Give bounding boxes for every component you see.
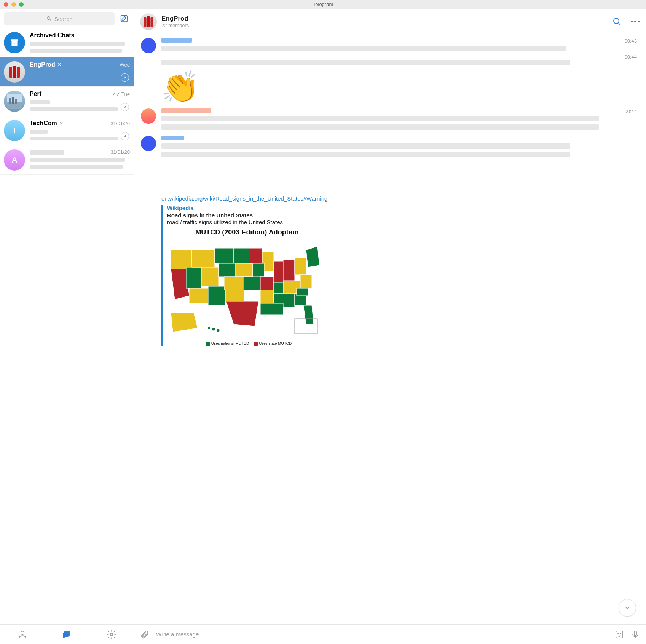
more-button[interactable]: [631, 17, 640, 26]
chat-name: Perf: [30, 91, 41, 97]
message: 00:43 00:44: [141, 38, 637, 68]
chat-date: Tue: [121, 91, 130, 97]
sender-avatar[interactable]: [141, 38, 156, 53]
link-message: en.wikipedia.org/wiki/Road_signs_in_the_…: [161, 194, 637, 346]
svg-point-59: [618, 633, 619, 634]
chat-date: 31/01/20: [110, 149, 130, 155]
svg-rect-34: [225, 290, 244, 301]
chat-item-engprod[interactable]: EngProd✕ Wed: [0, 57, 134, 87]
svg-marker-46: [303, 305, 314, 324]
voice-button[interactable]: [631, 630, 640, 639]
messages-pane[interactable]: 00:43 00:44 👏: [134, 34, 646, 624]
svg-point-54: [207, 327, 211, 330]
svg-point-56: [217, 329, 220, 332]
link-preview-image: MUTCD (2003 Edition) Adoption: [167, 228, 327, 346]
search-placeholder: Search: [54, 16, 73, 22]
search-input[interactable]: Search: [4, 12, 115, 25]
chat-item-a[interactable]: A 31/01/20: [0, 145, 134, 175]
attach-button[interactable]: [140, 630, 149, 639]
window-maximize-button[interactable]: [19, 2, 24, 7]
svg-line-20: [619, 23, 620, 25]
search-icon: [46, 16, 52, 22]
svg-point-60: [620, 633, 621, 634]
svg-rect-49: [295, 258, 306, 275]
svg-rect-48: [283, 260, 295, 281]
svg-rect-21: [171, 250, 192, 269]
message-link[interactable]: en.wikipedia.org/wiki/Road_signs_in_the_…: [161, 194, 637, 202]
svg-rect-24: [192, 250, 215, 267]
main-panel: EngProd 22 members 00:43: [134, 9, 646, 644]
svg-rect-32: [224, 277, 243, 290]
muted-icon: ✕: [57, 62, 61, 67]
window-minimize-button[interactable]: [11, 2, 16, 7]
svg-point-15: [110, 633, 113, 636]
pinned-icon: [121, 73, 129, 82]
svg-rect-17: [147, 16, 150, 27]
sender-name: [161, 108, 211, 113]
message-composer: [134, 624, 646, 644]
read-checks-icon: ✓✓: [112, 91, 120, 97]
svg-rect-4: [11, 41, 17, 46]
svg-marker-35: [226, 301, 258, 326]
svg-rect-36: [249, 248, 262, 263]
sidebar: Search Archived Chats: [0, 9, 134, 644]
sender-avatar[interactable]: [141, 136, 156, 151]
svg-rect-58: [616, 631, 623, 638]
chat-title: EngProd: [161, 15, 608, 22]
svg-rect-11: [9, 98, 11, 104]
map-legend: Uses national MUTCD Uses state MUTCD: [167, 341, 327, 346]
window-title: Telegram: [0, 2, 646, 7]
compose-icon: [120, 14, 128, 23]
chat-name: TechCom: [30, 120, 57, 127]
svg-rect-33: [243, 277, 260, 290]
message-input[interactable]: [156, 631, 608, 638]
avatar: A: [4, 149, 25, 171]
chat-date: Wed: [120, 62, 130, 68]
scroll-to-bottom-button[interactable]: [619, 599, 636, 617]
compose-button[interactable]: [118, 13, 130, 24]
contacts-tab[interactable]: [15, 627, 30, 642]
chat-subtitle: 22 members: [161, 22, 608, 28]
muted-icon: ✕: [59, 121, 63, 126]
svg-rect-3: [11, 39, 18, 41]
chat-name: EngProd: [30, 61, 55, 68]
window-titlebar: Telegram: [0, 0, 646, 9]
chat-date: 31/01/20: [110, 121, 130, 126]
svg-rect-40: [274, 261, 283, 282]
sender-avatar[interactable]: [141, 108, 156, 124]
search-in-chat-button[interactable]: [613, 17, 622, 26]
svg-rect-12: [12, 97, 14, 104]
svg-rect-42: [260, 290, 274, 303]
link-preview-title: Road signs in the United States: [167, 212, 637, 218]
chat-header[interactable]: EngProd 22 members: [134, 9, 646, 34]
chat-list: Archived Chats EngProd✕ Wed: [0, 28, 134, 624]
avatar: T: [4, 120, 25, 141]
archive-icon: [4, 32, 25, 53]
link-preview[interactable]: Wikipedia Road signs in the United State…: [161, 205, 637, 346]
window-close-button[interactable]: [4, 2, 8, 7]
svg-rect-16: [144, 17, 146, 27]
clap-emoji-message: 👏: [161, 72, 637, 102]
svg-rect-30: [219, 263, 236, 277]
svg-line-1: [50, 19, 51, 21]
svg-rect-39: [260, 277, 274, 290]
pinned-icon: [121, 103, 129, 111]
link-preview-source: Wikipedia: [167, 205, 637, 211]
svg-rect-38: [253, 263, 264, 277]
avatar: [4, 91, 25, 112]
us-map-image: [167, 239, 327, 338]
svg-point-14: [21, 631, 24, 634]
archived-chats-item[interactable]: Archived Chats: [0, 28, 134, 57]
chat-item-techcom[interactable]: T TechCom✕ 31/01/20: [0, 116, 134, 145]
chat-item-perf[interactable]: Perf ✓✓Tue: [0, 87, 134, 116]
svg-rect-7: [13, 66, 16, 78]
svg-rect-47: [260, 303, 283, 315]
svg-rect-18: [150, 17, 153, 27]
sticker-button[interactable]: [615, 630, 624, 639]
svg-rect-8: [17, 67, 20, 78]
settings-tab[interactable]: [104, 627, 119, 642]
svg-rect-29: [234, 248, 249, 263]
svg-rect-5: [13, 43, 16, 43]
chats-tab[interactable]: [59, 627, 75, 642]
svg-rect-61: [634, 631, 636, 636]
